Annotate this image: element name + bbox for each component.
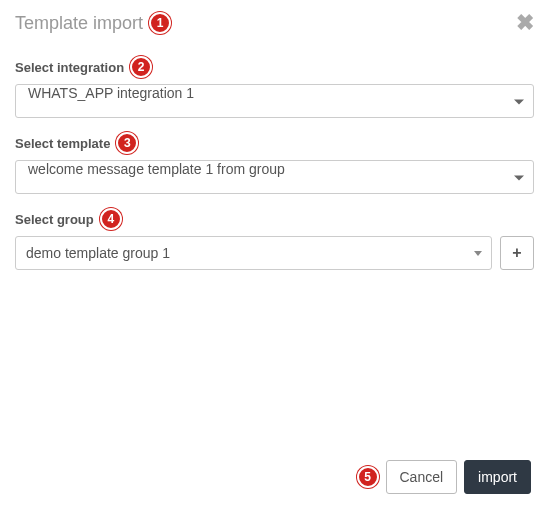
cancel-button[interactable]: Cancel <box>386 460 458 494</box>
label-row-group: Select group 4 <box>15 208 534 230</box>
label-row-integration: Select integration 2 <box>15 56 534 78</box>
group-select-wrap: demo template group 1 <box>15 236 492 270</box>
group-select[interactable]: demo template group 1 <box>15 236 492 270</box>
field-template: Select template 3 welcome message templa… <box>15 132 534 194</box>
integration-label: Select integration <box>15 60 124 75</box>
template-label: Select template <box>15 136 110 151</box>
label-row-template: Select template 3 <box>15 132 534 154</box>
integration-select-wrap: WHATS_APP integration 1 <box>15 84 534 118</box>
add-group-button[interactable]: + <box>500 236 534 270</box>
integration-select[interactable]: WHATS_APP integration 1 <box>15 84 534 118</box>
step-badge-3: 3 <box>116 132 138 154</box>
close-icon[interactable]: ✖ <box>516 12 534 34</box>
step-badge-4: 4 <box>100 208 122 230</box>
field-group-section: Select group 4 demo template group 1 + <box>15 208 534 270</box>
modal-header: Template import 1 ✖ <box>15 12 534 34</box>
modal-footer: 5 Cancel import <box>357 460 532 494</box>
import-button[interactable]: import <box>464 460 531 494</box>
step-badge-2: 2 <box>130 56 152 78</box>
group-row: demo template group 1 + <box>15 236 534 270</box>
template-select[interactable]: welcome message template 1 from group <box>15 160 534 194</box>
plus-icon: + <box>512 244 521 262</box>
step-badge-1: 1 <box>149 12 171 34</box>
step-badge-5: 5 <box>357 466 379 488</box>
modal-title: Template import <box>15 13 143 34</box>
field-integration: Select integration 2 WHATS_APP integrati… <box>15 56 534 118</box>
group-label: Select group <box>15 212 94 227</box>
title-wrap: Template import 1 <box>15 12 171 34</box>
template-select-wrap: welcome message template 1 from group <box>15 160 534 194</box>
